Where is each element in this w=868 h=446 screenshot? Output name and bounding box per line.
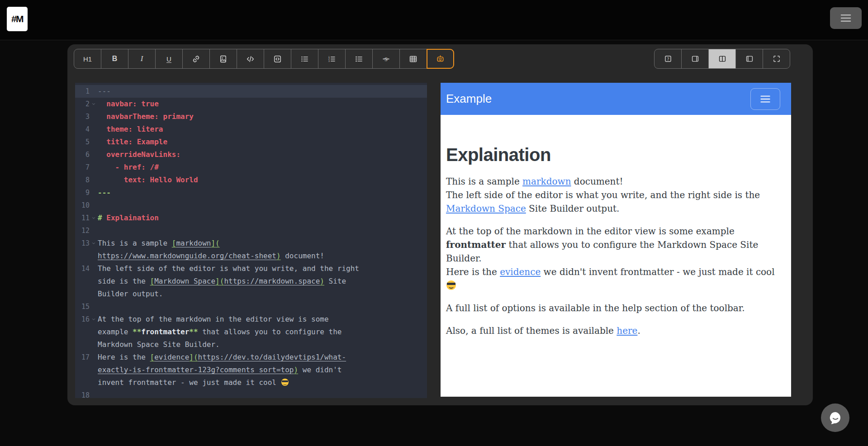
line-number: 1	[75, 85, 90, 98]
strikethrough-icon: S	[382, 55, 390, 63]
toolbar-bullet-list-button[interactable]	[291, 49, 318, 69]
app-logo[interactable]: #M	[7, 7, 28, 31]
toolbar-preview-only-button[interactable]	[735, 49, 763, 69]
chat-widget-button[interactable]	[821, 403, 849, 432]
toolbar-fullscreen-button[interactable]	[763, 49, 790, 69]
preview-navbar-toggler[interactable]	[750, 88, 780, 110]
toolbar-editor-only-button[interactable]	[681, 49, 709, 69]
line-number: 8	[75, 174, 90, 186]
ordered-list-icon: 123	[327, 55, 336, 63]
editor-line[interactable]: 18	[75, 389, 427, 398]
editor-line[interactable]: 2 navbar: true	[75, 98, 427, 110]
line-content: text: Hello World	[98, 174, 359, 186]
line-content: overrideNavLinks:	[98, 148, 359, 161]
line-content: title: Example	[98, 136, 359, 148]
preview-paragraph: At the top of the markdown in the editor…	[446, 224, 782, 292]
preview-paragraph: This is a sample markdown document!The l…	[446, 175, 782, 215]
editor-line[interactable]: 12	[75, 224, 427, 237]
fold-spacer	[90, 136, 98, 148]
line-content: This is a sample [markdown](https://www.…	[98, 237, 359, 262]
editor-line[interactable]: 8 text: Hello World	[75, 174, 427, 186]
markdown-editor[interactable]: 1---2 navbar: true3 navbarTheme: primary…	[75, 83, 427, 398]
toolbar-inline-code-button[interactable]	[237, 49, 264, 69]
toolbar-link-button[interactable]	[182, 49, 210, 69]
fold-spacer	[90, 85, 98, 98]
fold-spacer	[90, 174, 98, 186]
editor-workspace: H1BIU123S ? 1---2 navbar: true3 navbarTh…	[67, 44, 813, 405]
fold-spacer	[90, 123, 98, 136]
editor-line[interactable]: 6 overrideNavLinks:	[75, 148, 427, 161]
editor-line[interactable]: 9---	[75, 186, 427, 199]
preview-link[interactable]: here	[617, 325, 637, 336]
toolbar-split-view-button[interactable]	[708, 49, 736, 69]
line-number: 3	[75, 110, 90, 123]
line-content: - href: /#	[98, 161, 359, 174]
fold-chevron-icon[interactable]	[90, 212, 98, 224]
preview-heading: Explaination	[446, 145, 785, 165]
sunglasses-emoji	[281, 379, 289, 386]
preview-link[interactable]: evidence	[500, 266, 541, 277]
toolbar-task-list-button[interactable]	[345, 49, 373, 69]
line-content: The left side of the editor is what you …	[98, 262, 359, 300]
bullet-list-icon	[300, 55, 309, 63]
toolbar-help-button[interactable]: ?	[654, 49, 682, 69]
editor-line[interactable]: 7 - href: /#	[75, 161, 427, 174]
preview-link[interactable]: markdown	[522, 176, 571, 187]
editor-line[interactable]: 13This is a sample [markdown](https://ww…	[75, 237, 427, 262]
toolbar-underline-button[interactable]: U	[155, 49, 183, 69]
editor-line[interactable]: 1---	[75, 85, 427, 98]
toolbar-bold-label: B	[112, 55, 118, 63]
editor-line[interactable]: 10	[75, 199, 427, 212]
app-header: #M	[0, 0, 868, 40]
line-content: ---	[98, 85, 359, 98]
fold-spacer	[90, 199, 98, 212]
toolbar-strikethrough-button[interactable]: S	[372, 49, 400, 69]
editor-line[interactable]: 5 title: Example	[75, 136, 427, 148]
format-toolbar: H1BIU123S	[74, 49, 454, 69]
line-content	[98, 199, 359, 212]
fold-spacer	[90, 186, 98, 199]
preview-pane: Example Explaination This is a sample ma…	[441, 83, 791, 397]
toolbar-ordered-list-button[interactable]: 123	[318, 49, 346, 69]
preview-paragraph: Also, a full list of themes is available…	[446, 324, 782, 337]
preview-bold-text: frontmatter	[446, 239, 506, 250]
line-number: 16	[75, 313, 90, 351]
preview-link[interactable]: Markdown Space	[446, 203, 526, 214]
line-number: 4	[75, 123, 90, 136]
editor-line[interactable]: 16At the top of the markdown in the edit…	[75, 313, 427, 351]
fold-spacer	[90, 300, 98, 313]
editor-line[interactable]: 14The left side of the editor is what yo…	[75, 262, 427, 300]
editor-line[interactable]: 11# Explaination	[75, 212, 427, 224]
header-menu-button[interactable]	[830, 7, 862, 29]
table-icon	[409, 55, 417, 63]
preview-content: Explaination This is a sample markdown d…	[441, 145, 791, 397]
panel-left-icon	[745, 55, 754, 63]
fold-spacer	[90, 224, 98, 237]
line-content: ---	[98, 186, 359, 199]
fold-chevron-icon[interactable]	[90, 313, 98, 351]
toolbar-italic-button[interactable]: I	[128, 49, 156, 69]
editor-line[interactable]: 17Here is the [evidence](https://dev.to/…	[75, 351, 427, 389]
toolbar-code-block-button[interactable]	[264, 49, 291, 69]
toolbar-bold-button[interactable]: B	[101, 49, 128, 69]
fold-spacer	[90, 161, 98, 174]
line-number: 11	[75, 212, 90, 224]
fold-chevron-icon[interactable]	[90, 237, 98, 262]
line-number: 12	[75, 224, 90, 237]
image-icon	[219, 55, 228, 63]
view-toolbar: ?	[654, 49, 790, 69]
toolbar-ai-assistant-button[interactable]	[427, 49, 454, 69]
editor-line[interactable]: 15	[75, 300, 427, 313]
split-view-icon	[718, 55, 726, 63]
editor-line[interactable]: 4 theme: litera	[75, 123, 427, 136]
toolbar-image-button[interactable]	[209, 49, 237, 69]
chat-bubble-icon	[827, 410, 844, 426]
line-number: 15	[75, 300, 90, 313]
toolbar-heading-button[interactable]: H1	[74, 49, 101, 69]
toolbar-italic-label: I	[141, 54, 143, 63]
line-number: 18	[75, 389, 90, 398]
editor-line[interactable]: 3 navbarTheme: primary	[75, 110, 427, 123]
fold-chevron-icon[interactable]	[90, 98, 98, 110]
toolbar-table-button[interactable]	[399, 49, 427, 69]
toolbar-underline-label: U	[166, 55, 171, 63]
